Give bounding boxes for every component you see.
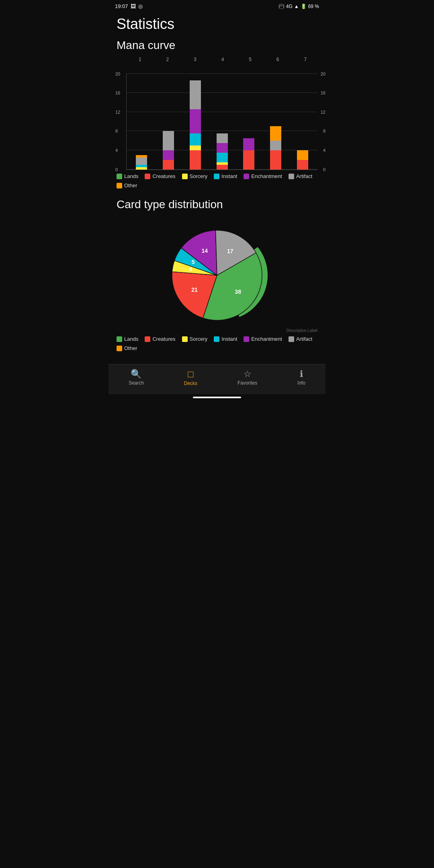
- pie-legend-color-enchantment: [244, 336, 249, 342]
- x-label-4: 4: [209, 57, 237, 62]
- legend-label-artifact: Artifact: [296, 173, 312, 179]
- bar-seg-3-instant: [190, 133, 201, 145]
- bar-seg-6-creatures: [270, 150, 281, 170]
- pie-legend-lands: Lands: [117, 336, 138, 342]
- legend-label-lands: Lands: [124, 173, 138, 179]
- x-label-1: 1: [126, 57, 154, 62]
- x-label-2: 2: [154, 57, 182, 62]
- nav-info-label: Info: [297, 380, 305, 386]
- status-signal-icon: ▲: [294, 4, 299, 9]
- bar-group-2: [155, 74, 182, 170]
- pie-chart-section: 3821451417 Description Label: [108, 216, 326, 333]
- nav-search-label: Search: [129, 380, 144, 386]
- nav-decks[interactable]: □ Decks: [184, 368, 197, 386]
- svg-text:38: 38: [235, 289, 241, 295]
- home-indicator: [193, 397, 241, 398]
- pie-legend-creatures: Creatures: [145, 336, 175, 342]
- bar-group-4: [209, 74, 235, 170]
- pie-legend-color-lands: [117, 336, 122, 342]
- bar-seg-4-enchantment: [217, 143, 228, 153]
- pie-legend: Lands Creatures Sorcery Instant Enchantm…: [108, 333, 326, 358]
- bar-seg-6-other: [270, 126, 281, 141]
- bar-seg-3-artifact: [190, 80, 201, 109]
- pie-legend-sorcery: Sorcery: [182, 336, 208, 342]
- pie-legend-label-enchantment: Enchantment: [251, 336, 282, 342]
- bar-seg-1-artifact: [136, 158, 147, 165]
- bar-seg-7-other: [297, 150, 308, 160]
- status-bar: 19:07 🖼 ◎ 📳 4G ▲ 🔋 69 %: [108, 0, 326, 11]
- y-label-r-0: 0: [323, 167, 326, 172]
- legend-artifact: Artifact: [289, 173, 312, 179]
- legend-label-other: Other: [124, 182, 137, 188]
- stacked-bar-3: [190, 80, 201, 170]
- y-label-8: 8: [115, 129, 118, 133]
- legend-color-instant: [214, 174, 219, 179]
- bar-seg-7-creatures: [297, 160, 308, 170]
- y-label-r-16: 16: [321, 90, 326, 95]
- status-photo-icon: 🖼: [131, 3, 136, 9]
- pie-svg: 3821451417: [161, 219, 273, 332]
- legend-color-lands: [117, 174, 122, 179]
- svg-text:17: 17: [227, 248, 233, 254]
- legend-color-other: [117, 183, 122, 188]
- bars-area: [127, 74, 317, 170]
- y-label-20: 20: [115, 72, 120, 76]
- favorites-nav-icon: ☆: [244, 369, 252, 379]
- legend-color-creatures: [145, 174, 150, 179]
- y-label-12: 12: [115, 110, 120, 115]
- pie-legend-label-other: Other: [124, 345, 137, 351]
- pie-legend-label-creatures: Creatures: [152, 336, 175, 342]
- bar-seg-4-creatures: [217, 165, 228, 170]
- pie-legend-label-sorcery: Sorcery: [190, 336, 208, 342]
- bar-group-1: [128, 74, 155, 170]
- legend-color-enchantment: [244, 174, 249, 179]
- legend-other: Other: [117, 182, 137, 188]
- pie-legend-artifact: Artifact: [289, 336, 312, 342]
- y-label-4: 4: [115, 148, 118, 153]
- status-time: 19:07: [115, 3, 128, 9]
- status-network: 4G: [286, 4, 293, 9]
- legend-creatures: Creatures: [145, 173, 175, 179]
- bar-seg-2-enchantment: [163, 150, 174, 160]
- stacked-bar-2: [163, 131, 174, 170]
- svg-text:14: 14: [201, 248, 208, 254]
- stacked-bar-5: [243, 138, 254, 170]
- pie-legend-enchantment: Enchantment: [244, 336, 282, 342]
- mana-curve-chart: 1 2 3 4 5 6 7 20 20 16 16 12 12 8 8 4 4 …: [108, 57, 326, 170]
- bar-chart-inner: 20 20 16 16 12 12 8 8 4 4 0 0: [126, 74, 317, 170]
- y-label-0: 0: [115, 167, 118, 172]
- search-nav-icon: 🔍: [131, 369, 141, 379]
- bar-seg-2-artifact: [163, 131, 174, 150]
- status-circle-icon: ◎: [138, 3, 143, 9]
- bottom-nav: 🔍 Search □ Decks ☆ Favorites ℹ Info: [108, 364, 326, 394]
- pie-chart-wrapper: 3821451417: [161, 219, 273, 332]
- nav-search[interactable]: 🔍 Search: [129, 369, 144, 386]
- legend-label-creatures: Creatures: [152, 173, 175, 179]
- pie-legend-color-other: [117, 346, 122, 351]
- bar-seg-5-creatures: [243, 150, 254, 170]
- pie-legend-color-instant: [214, 336, 219, 342]
- svg-text:4: 4: [189, 266, 192, 272]
- pie-legend-label-lands: Lands: [124, 336, 138, 342]
- nav-favorites-label: Favorites: [237, 380, 257, 386]
- bar-group-7: [289, 74, 316, 170]
- bar-seg-3-sorcery: [190, 145, 201, 150]
- pie-legend-label-instant: Instant: [221, 336, 237, 342]
- legend-color-sorcery: [182, 174, 188, 179]
- nav-info[interactable]: ℹ Info: [297, 369, 305, 386]
- bar-seg-4-artifact: [217, 133, 228, 143]
- stacked-bar-7: [297, 150, 308, 170]
- bar-seg-1-sorcery: [136, 167, 147, 170]
- status-battery: 69 %: [308, 4, 319, 9]
- mana-curve-legend: Lands Creatures Sorcery Instant Enchantm…: [108, 170, 326, 195]
- svg-text:5: 5: [192, 259, 195, 265]
- nav-favorites[interactable]: ☆ Favorites: [237, 369, 257, 386]
- page-title: Statistics: [108, 11, 326, 36]
- legend-lands: Lands: [117, 173, 138, 179]
- y-label-r-4: 4: [323, 148, 326, 153]
- x-label-5: 5: [236, 57, 264, 62]
- mana-curve-title: Mana curve: [108, 36, 326, 57]
- status-battery-icon: 🔋: [301, 4, 307, 9]
- stacked-bar-6: [270, 126, 281, 170]
- stacked-bar-1: [136, 155, 147, 170]
